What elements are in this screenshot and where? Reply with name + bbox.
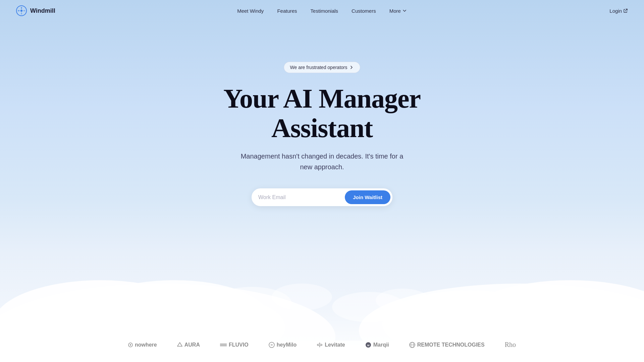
- logo-levitate: Levitate: [317, 342, 345, 348]
- logo-rho: Rho: [505, 341, 516, 349]
- logo-remote: REMOTE TECHNOLOGIES: [409, 342, 485, 348]
- nowhere-icon: [128, 343, 133, 347]
- svg-text:M: M: [367, 344, 369, 347]
- nav-more[interactable]: More: [384, 5, 412, 16]
- external-link-icon: [623, 8, 628, 13]
- svg-point-17: [20, 10, 22, 12]
- chevron-right-icon: [349, 65, 354, 70]
- hero-badge[interactable]: We are frustrated operators: [284, 62, 361, 73]
- login-link[interactable]: Login: [609, 8, 628, 14]
- nav-meet-windy[interactable]: Meet Windy: [232, 5, 269, 16]
- nav-customers[interactable]: Customers: [346, 5, 381, 16]
- brand-name: Windmill: [30, 7, 55, 14]
- levitate-icon: [317, 342, 323, 348]
- fluvio-icon: [220, 343, 227, 347]
- remote-icon: [409, 342, 415, 348]
- nav-testimonials[interactable]: Testimonials: [305, 5, 344, 16]
- logo-heymilo: heyMilo: [269, 342, 297, 348]
- logo-link[interactable]: Windmill: [16, 5, 55, 16]
- nav-features[interactable]: Features: [272, 5, 302, 16]
- email-form: Join Waitlist: [252, 188, 392, 206]
- logo-marqii: M Marqii: [365, 342, 389, 348]
- join-waitlist-button[interactable]: Join Waitlist: [345, 190, 390, 204]
- nav-right: Login: [609, 8, 628, 14]
- logo-fluvio: FLUVIO: [220, 342, 249, 348]
- heymilo-icon: [269, 342, 275, 348]
- aura-icon: [177, 342, 182, 348]
- hero-subtitle: Management hasn't changed in decades. It…: [238, 151, 406, 172]
- nav-links: Meet Windy Features Testimonials Custome…: [232, 5, 412, 16]
- marqii-icon: M: [365, 342, 371, 348]
- email-input[interactable]: [258, 194, 342, 200]
- logo-aura: AURA: [177, 342, 200, 348]
- logos-strip: nowhere AURA FLUVIO heyMilo Levitate: [0, 341, 644, 349]
- logo-icon: [16, 5, 27, 16]
- hero-section: We are frustrated operators Your AI Mana…: [0, 21, 644, 206]
- chevron-down-icon: [402, 8, 407, 13]
- logo-nowhere: nowhere: [128, 342, 157, 348]
- hero-title: Your AI Manager Assistant: [223, 84, 421, 143]
- svg-rect-25: [317, 344, 322, 346]
- navbar: Windmill Meet Windy Features Testimonial…: [0, 0, 644, 21]
- svg-marker-20: [177, 343, 182, 346]
- svg-point-19: [130, 344, 131, 346]
